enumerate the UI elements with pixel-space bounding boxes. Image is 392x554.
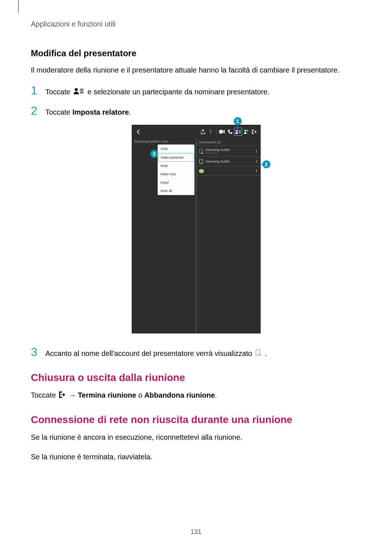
step2-text-a: Toccate — [45, 108, 72, 116]
menu-make-presenter[interactable]: Make presenter — [158, 153, 194, 162]
mic-status-icon[interactable]: ! — [207, 128, 215, 136]
step2-bold: Imposta relatore — [72, 108, 129, 116]
callout-3: 3 — [150, 150, 158, 158]
add-participant-icon[interactable] — [242, 128, 250, 136]
step-number-2: 2 — [31, 105, 45, 116]
intro-paragraph: Il moderatore della riunione e il presen… — [31, 65, 361, 75]
svg-point-9 — [244, 130, 246, 131]
participants-header: Participants (2) — [196, 139, 260, 146]
chiusura-paragraph: Toccate → Termina riunione o Abbandona r… — [31, 390, 361, 401]
s2-e: Abbandona riunione — [144, 391, 215, 399]
menu-make-host[interactable]: Make host — [158, 170, 194, 178]
participants-icon — [73, 87, 84, 98]
step1-text-b: e selezionate un partecipante da nominar… — [87, 88, 269, 96]
participants-panel: Participants (2) Samsung mobile (Host, m… — [196, 139, 260, 176]
participant-1-mic-icon: ! — [256, 149, 257, 153]
exit-icon[interactable] — [250, 128, 258, 136]
menu-chat[interactable]: Chat — [158, 145, 194, 153]
s3-p2: Se la riunione è terminata, riavviatela. — [31, 452, 361, 462]
menu-mute-all[interactable]: Mute all — [158, 187, 194, 195]
callout-2: 2 — [262, 160, 270, 168]
s2-d: o — [136, 391, 144, 399]
figure-topbar: ! — [132, 125, 260, 138]
participant-row-1[interactable]: Samsung mobile (Host, me) ! — [196, 146, 260, 157]
step-number-3: 3 — [31, 346, 45, 358]
step3-text-b: . — [265, 349, 267, 357]
step2-text-c: . — [129, 108, 131, 116]
svg-rect-13 — [200, 159, 203, 164]
presenter-device-icon — [199, 149, 203, 154]
chat-row[interactable]: ! — [196, 167, 260, 176]
callout-1-line — [237, 125, 238, 132]
callout-1: 1 — [234, 117, 242, 125]
s2-f: . — [215, 391, 217, 399]
step1-text-a: Toccate — [45, 88, 72, 96]
toolbar-divider — [216, 127, 217, 136]
back-icon[interactable] — [134, 128, 142, 136]
step-1: 1 Toccate e selezionate un partecipante … — [31, 85, 361, 98]
step-number-1: 1 — [31, 85, 45, 96]
heading-chiusura: Chiusura o uscita dalla riunione — [31, 372, 361, 383]
meeting-title-text: Samsung mobile's mee… — [134, 140, 171, 143]
presenter-indicator-icon — [255, 349, 262, 359]
heading-connessione: Connessione di rete non riuscita durante… — [31, 414, 361, 426]
step-2: 2 Toccate Imposta relatore. — [31, 105, 361, 118]
context-menu: Chat Make presenter Mute Make host Expel… — [158, 144, 195, 195]
participant-row-2[interactable]: Samsung mobile ! — [196, 157, 260, 167]
phone-icon[interactable] — [226, 128, 234, 136]
participant-2-name: Samsung mobile — [205, 160, 230, 163]
participants-toolbar-icon[interactable] — [234, 128, 242, 136]
chat-mic-icon: ! — [256, 169, 257, 173]
participant-2-mic-icon: ! — [256, 159, 257, 164]
participant-1-sub: (Host, me) — [205, 152, 230, 154]
svg-rect-4 — [219, 130, 223, 134]
share-icon[interactable] — [199, 128, 207, 136]
svg-point-0 — [75, 88, 78, 91]
screenshot-figure: 1 2 3 ! — [132, 125, 261, 333]
breadcrumb: Applicazioni e funzioni utili — [31, 20, 361, 28]
exit-inline-icon — [59, 391, 65, 401]
menu-expel[interactable]: Expel — [158, 178, 194, 187]
video-icon[interactable] — [218, 128, 226, 136]
s2-c: Termina riunione — [78, 391, 136, 399]
step-3: 3 Accanto al nome dell'account del prese… — [31, 346, 361, 359]
page-tab-mark — [18, 0, 19, 13]
svg-point-15 — [258, 354, 258, 355]
chat-bubble-icon — [199, 169, 204, 173]
device-icon — [199, 159, 203, 164]
page-number: 131 — [0, 528, 392, 536]
s2-b: → — [69, 391, 78, 399]
menu-mute[interactable]: Mute — [158, 162, 194, 170]
participant-1-name: Samsung mobile — [205, 148, 230, 152]
heading-modifica: Modifica del presentatore — [31, 48, 361, 58]
s2-a: Toccate — [31, 391, 58, 399]
s3-p1: Se la riunione è ancora in esecuzione, r… — [31, 432, 361, 443]
step3-text-a: Accanto al nome dell'account del present… — [45, 349, 254, 357]
